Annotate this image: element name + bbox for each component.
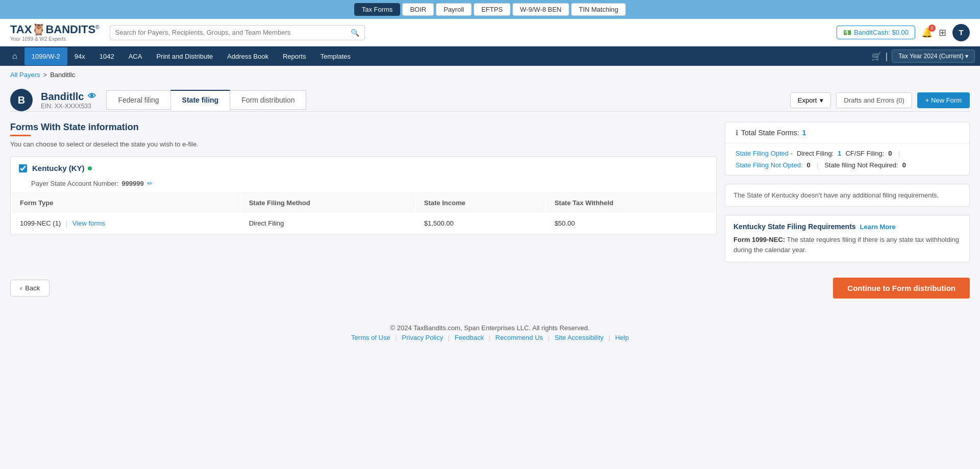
nav-templates[interactable]: Templates — [313, 47, 357, 65]
requirements-title-text: Kentucky State Filing Requirements — [733, 223, 856, 231]
top-nav-w9[interactable]: W-9/W-8 BEN — [512, 3, 569, 16]
forms-table: Form Type State Filing Method State Inco… — [11, 192, 716, 235]
footer-links: Terms of Use | Privacy Policy | Feedback… — [10, 334, 970, 341]
avatar[interactable]: T — [952, 24, 970, 41]
info-box: The State of Kentucky doesn't have any a… — [725, 184, 970, 207]
info-icon: ℹ — [736, 129, 738, 137]
new-form-button[interactable]: + New Form — [917, 92, 970, 108]
bandit-cash-label: BanditCash: $0.00 — [854, 29, 909, 36]
back-button[interactable]: ‹ Back — [10, 280, 50, 297]
top-nav-eftps[interactable]: EFTPS — [474, 3, 510, 16]
cart-icon[interactable]: 🛒 — [871, 52, 881, 61]
left-panel: Forms With State information You can cho… — [10, 122, 717, 262]
back-arrow-icon: ‹ — [20, 284, 22, 292]
apps-button[interactable]: ⊞ — [939, 27, 946, 38]
state-checkbox[interactable] — [19, 164, 27, 172]
tabs-area: Federal filing State filing Form distrib… — [106, 89, 970, 111]
col-form-type: Form Type — [12, 194, 240, 212]
breadcrumb: All Payers > Banditllc — [0, 66, 980, 84]
footer-help[interactable]: Help — [615, 334, 629, 341]
section-underline — [10, 135, 31, 136]
direct-filing-label: Direct Filing: — [797, 150, 834, 157]
search-bar[interactable]: 🔍 — [110, 25, 365, 40]
summary-header: ℹ Total State Forms: 1 — [725, 122, 969, 143]
search-icon: 🔍 — [351, 29, 359, 37]
payer-name: Banditllc 👁 — [41, 91, 96, 103]
state-filing-not-opted-link[interactable]: State Filing Not Opted: — [736, 161, 803, 169]
col-state-income: State Income — [416, 194, 546, 212]
back-label: Back — [25, 284, 40, 292]
search-input[interactable] — [115, 29, 351, 36]
nav-94x[interactable]: 94x — [67, 47, 92, 65]
payer-row: B Banditllc 👁 EIN: XX-XXXX533 Federal fi… — [10, 84, 970, 112]
section-title: Forms With State information — [10, 122, 717, 133]
view-forms-link[interactable]: View forms — [72, 219, 105, 227]
section-description: You can choose to select or deselect the… — [10, 140, 717, 148]
footer-sep2: | — [448, 334, 452, 341]
main-navigation: ⌂ 1099/W-2 94x 1042 ACA Print and Distri… — [0, 46, 980, 66]
footer-recommend[interactable]: Recommend Us — [496, 334, 543, 341]
bandit-cash-button[interactable]: 💵 BanditCash: $0.00 — [837, 26, 915, 39]
tab-form-distribution[interactable]: Form distribution — [230, 90, 306, 110]
state-filing-opted-link[interactable]: State Filing Opted - — [736, 150, 793, 157]
summary-header-label: Total State Forms: — [741, 129, 799, 137]
separator1: | — [898, 150, 900, 157]
payer-header: B Banditllc 👁 EIN: XX-XXXX533 — [10, 89, 96, 111]
export-label: Export — [798, 96, 817, 104]
cell-filing-method: Direct Filing — [241, 213, 415, 234]
dollar-icon: 💵 — [843, 29, 851, 36]
nav-address-book[interactable]: Address Book — [220, 47, 276, 65]
summary-box: ℹ Total State Forms: 1 State Filing Opte… — [725, 122, 970, 176]
nav-1099-w2[interactable]: 1099/W-2 — [24, 47, 67, 65]
state-section: Kentucky (KY) Payer State Account Number… — [10, 156, 717, 235]
requirements-text: Form 1099-NEC: The state requires filing… — [733, 235, 961, 255]
bottom-actions: ‹ Back Continue to Form distribution — [10, 278, 970, 299]
drafts-errors-button[interactable]: Drafts and Errors (0) — [836, 92, 912, 108]
notification-badge: 0 — [928, 24, 936, 32]
nav-reports[interactable]: Reports — [276, 47, 313, 65]
cell-state-tax: $50.00 — [546, 213, 715, 234]
learn-more-link[interactable]: Learn More — [860, 223, 896, 231]
col-state-tax: State Tax Withheld — [546, 194, 715, 212]
nav-right: 🛒 | Tax Year 2024 (Current) ▾ — [871, 50, 975, 63]
pipe-separator: | — [66, 219, 67, 227]
logo: TAX🦉BANDITS© Your 1099 & W2 Experts — [10, 23, 100, 42]
cell-state-income: $1,500.00 — [416, 213, 546, 234]
breadcrumb-all-payers[interactable]: All Payers — [10, 71, 40, 79]
footer-feedback[interactable]: Feedback — [455, 334, 484, 341]
payer-icon: B — [10, 89, 33, 111]
continue-button[interactable]: Continue to Form distribution — [833, 278, 970, 299]
top-nav-boir[interactable]: BOIR — [402, 3, 434, 16]
tab-state-filing[interactable]: State filing — [170, 90, 231, 110]
footer-terms[interactable]: Terms of Use — [351, 334, 390, 341]
tab-federal-filing[interactable]: Federal filing — [106, 90, 170, 110]
cf-sf-count: 0 — [888, 150, 892, 157]
top-nav-payroll[interactable]: Payroll — [436, 3, 472, 16]
requirements-title: Kentucky State Filing Requirements Learn… — [733, 223, 961, 231]
content-area: Forms With State information You can cho… — [10, 122, 970, 262]
total-count: 1 — [802, 129, 806, 137]
notification-button[interactable]: 🔔 0 — [921, 27, 933, 38]
nav-1042[interactable]: 1042 — [92, 47, 121, 65]
right-panel: ℹ Total State Forms: 1 State Filing Opte… — [725, 122, 970, 262]
top-nav-tin-matching[interactable]: TIN Matching — [571, 3, 626, 16]
edit-icon[interactable]: ✏ — [147, 180, 153, 187]
not-required-count: 0 — [902, 161, 906, 169]
green-dot-icon — [88, 166, 92, 170]
requirements-box: Kentucky State Filing Requirements Learn… — [725, 215, 970, 262]
chevron-down-icon: ▾ — [820, 96, 823, 104]
form-count-value: (1) — [53, 219, 61, 227]
breadcrumb-separator: > — [43, 71, 47, 79]
nav-home[interactable]: ⌂ — [5, 46, 24, 66]
footer-accessibility[interactable]: Site Accessibility — [554, 334, 603, 341]
top-nav-tax-forms[interactable]: Tax Forms — [354, 3, 401, 16]
nav-aca[interactable]: ACA — [121, 47, 150, 65]
eye-icon[interactable]: 👁 — [88, 92, 96, 101]
nav-print-distribute[interactable]: Print and Distribute — [149, 47, 220, 65]
state-name: Kentucky (KY) — [32, 164, 92, 172]
header: TAX🦉BANDITS© Your 1099 & W2 Experts 🔍 💵 … — [0, 19, 980, 46]
tax-year-selector[interactable]: Tax Year 2024 (Current) ▾ — [892, 50, 975, 63]
export-button[interactable]: Export ▾ — [790, 92, 831, 108]
form-type-text: 1099-NEC — [20, 219, 51, 227]
footer-privacy[interactable]: Privacy Policy — [402, 334, 443, 341]
